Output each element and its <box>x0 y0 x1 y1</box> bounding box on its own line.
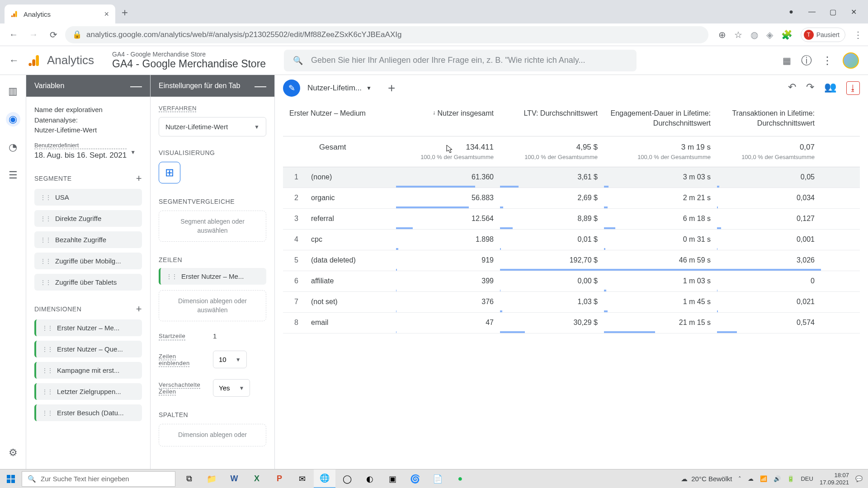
rail-advertising-icon[interactable]: ◔ <box>6 140 20 155</box>
wifi-icon[interactable]: 📶 <box>760 475 767 482</box>
col-header-dimension[interactable]: Erster Nutzer – Medium <box>283 101 396 136</box>
rail-admin-icon[interactable]: ⚙ <box>6 446 20 460</box>
rows-chip[interactable]: ⋮⋮ Erster Nutzer – Me... <box>159 268 266 285</box>
powerpoint-icon[interactable]: P <box>269 469 290 488</box>
battery-icon[interactable]: 🔋 <box>787 475 794 482</box>
analysis-tab[interactable]: Nutzer-Lifetim... ▼ <box>307 84 372 93</box>
table-row[interactable]: 7(not set)3761,03 $1 m 45 s0,021 <box>283 292 860 313</box>
edge-icon[interactable]: 🌀 <box>404 469 426 488</box>
viz-table-button[interactable]: ⊞ <box>159 162 180 183</box>
dimension-chip[interactable]: ⋮⋮Erster Nutzer – Me... <box>34 319 142 336</box>
notepad-icon[interactable]: 📄 <box>427 469 448 488</box>
segment-chip[interactable]: ⋮⋮Bezahlte Zugriffe <box>34 231 142 248</box>
table-row[interactable]: 8email4730,29 $21 m 15 s0,574 <box>283 313 860 333</box>
ga-back-button[interactable]: ← <box>9 55 19 66</box>
redo-button[interactable]: ↷ <box>806 81 814 95</box>
extension-b-icon[interactable]: ◈ <box>766 29 773 40</box>
col-header-engagement[interactable]: Engagement-Dauer in Lifetime: Durchschni… <box>604 101 717 136</box>
explorer-icon[interactable]: 📁 <box>201 469 222 488</box>
address-bar[interactable]: 🔒 analytics.google.com/analytics/web/#/a… <box>65 26 708 43</box>
ga-search[interactable]: 🔍 Geben Sie hier Ihr Anliegen oder Ihre … <box>284 50 637 71</box>
onedrive-icon[interactable]: ☁ <box>748 475 754 482</box>
dimension-chip[interactable]: ⋮⋮Erster Besuch (Datu... <box>34 404 142 421</box>
clock[interactable]: 18:07 17.09.2021 <box>820 472 849 486</box>
startrow-input[interactable] <box>213 332 240 340</box>
showrows-dropdown[interactable]: 10 ▼ <box>213 351 247 368</box>
dimension-chip[interactable]: ⋮⋮Letzter Zielgruppen... <box>34 383 142 400</box>
col-header-ltv[interactable]: LTV: Durchschnittswert <box>500 101 604 136</box>
taskbar-search[interactable]: 🔍 Zur Suche Text hier eingeben <box>22 471 175 487</box>
edit-analysis-button[interactable]: ✎ <box>283 80 300 97</box>
tray-chevron-icon[interactable]: ˄ <box>738 475 741 482</box>
ga-logo[interactable]: Analytics <box>28 53 94 68</box>
spotify-icon[interactable]: ● <box>449 469 471 488</box>
undo-button[interactable]: ↶ <box>788 81 796 95</box>
app-icon-1[interactable]: ◐ <box>359 469 381 488</box>
exploration-name-value[interactable]: Nutzer-Lifetime-Wert <box>34 126 142 134</box>
col-header-transactions[interactable]: Transaktionen in Lifetime: Durchschnitts… <box>717 101 821 136</box>
account-dot-icon[interactable]: ● <box>781 5 801 19</box>
rail-reports-icon[interactable]: ▥ <box>6 84 20 99</box>
export-button[interactable]: ⭳ <box>846 81 860 95</box>
collapse-variables-button[interactable]: — <box>130 79 142 93</box>
table-row[interactable]: 3referral12.5648,89 $6 m 18 s0,127 <box>283 209 860 230</box>
language-indicator[interactable]: DEU <box>801 475 813 482</box>
apps-icon[interactable]: ▦ <box>783 55 791 66</box>
collapse-settings-button[interactable]: — <box>255 79 266 93</box>
segment-chip[interactable]: ⋮⋮Zugriffe über Tablets <box>34 274 142 291</box>
obs-icon[interactable]: ◯ <box>336 469 358 488</box>
table-row[interactable]: 4cpc1.8980,01 $0 m 31 s0,001 <box>283 230 860 250</box>
close-tab-icon[interactable]: × <box>104 9 109 19</box>
add-dimension-button[interactable]: + <box>136 303 142 315</box>
profile-button[interactable]: T Pausiert <box>801 28 845 42</box>
rail-configure-icon[interactable]: ☰ <box>6 168 20 183</box>
zoom-icon[interactable]: ⊕ <box>718 29 726 40</box>
property-selector[interactable]: GA4 - Google Merchandise Store GA4 - Goo… <box>112 51 266 70</box>
rail-explore-icon[interactable]: ◉ <box>6 112 20 127</box>
table-row[interactable]: 5(data deleted)919192,70 $46 m 59 s3,026 <box>283 250 860 271</box>
reload-button[interactable]: ⟳ <box>45 27 61 43</box>
browser-tab[interactable]: Analytics × <box>5 5 115 23</box>
segment-chip[interactable]: ⋮⋮Zugriffe über Mobilg... <box>34 253 142 269</box>
new-tab-button[interactable]: + <box>122 6 128 23</box>
segment-chip[interactable]: ⋮⋮USA <box>34 189 142 206</box>
segcomp-dropzone[interactable]: Segment ablegen oder auswählen <box>159 211 266 242</box>
forward-button[interactable]: → <box>25 27 42 43</box>
table-row[interactable]: 2organic56.8832,69 $2 m 21 s0,034 <box>283 188 860 209</box>
dimension-chip[interactable]: ⋮⋮Kampagne mit erst... <box>34 362 142 379</box>
extension-a-icon[interactable]: ◍ <box>750 29 758 40</box>
start-button[interactable] <box>0 469 22 488</box>
col-header-users[interactable]: ↓Nutzer insgesamt <box>396 101 500 136</box>
chrome-icon[interactable]: 🌐 <box>314 469 335 488</box>
volume-icon[interactable]: 🔊 <box>774 475 781 482</box>
mail-icon[interactable]: ✉ <box>291 469 313 488</box>
table-row[interactable]: 1(none)61.3603,61 $3 m 03 s0,05 <box>283 167 860 188</box>
app-icon-2[interactable]: ▣ <box>382 469 403 488</box>
account-avatar[interactable] <box>843 52 859 69</box>
task-view-icon[interactable]: ⧉ <box>178 469 200 488</box>
rows-dropzone[interactable]: Dimension ablegen oder auswählen <box>159 290 266 321</box>
dimension-chip[interactable]: ⋮⋮Erster Nutzer – Que... <box>34 341 142 357</box>
segment-chip[interactable]: ⋮⋮Direkte Zugriffe <box>34 210 142 227</box>
excel-icon[interactable]: X <box>246 469 268 488</box>
maximize-button[interactable]: ▢ <box>823 5 843 19</box>
notifications-icon[interactable]: 💬 <box>855 475 863 482</box>
word-icon[interactable]: W <box>223 469 245 488</box>
technique-dropdown[interactable]: Nutzer-Lifetime-Wert ▼ <box>159 117 266 136</box>
table-row[interactable]: 6affiliate3990,00 $1 m 03 s0 <box>283 271 860 292</box>
menu-icon[interactable]: ⋮ <box>854 29 863 40</box>
minimize-button[interactable]: — <box>802 5 822 19</box>
extensions-icon[interactable]: 🧩 <box>781 29 793 40</box>
back-button[interactable]: ← <box>5 27 22 43</box>
bookmark-icon[interactable]: ☆ <box>734 29 742 40</box>
help-icon[interactable]: ⓘ <box>801 53 812 68</box>
share-button[interactable]: 👥 <box>824 81 836 95</box>
add-tab-button[interactable]: + <box>388 81 395 95</box>
date-range-picker[interactable]: Benutzerdefiniert 18. Aug. bis 16. Sept.… <box>34 142 142 160</box>
add-segment-button[interactable]: + <box>136 173 142 184</box>
cols-dropzone[interactable]: Dimension ablegen oder <box>159 424 266 446</box>
more-icon[interactable]: ⋮ <box>822 54 833 67</box>
close-window-button[interactable]: ✕ <box>844 5 863 19</box>
weather-widget[interactable]: ☁ 20°C Bewölkt <box>681 475 732 483</box>
nested-dropdown[interactable]: Yes ▼ <box>213 379 250 397</box>
